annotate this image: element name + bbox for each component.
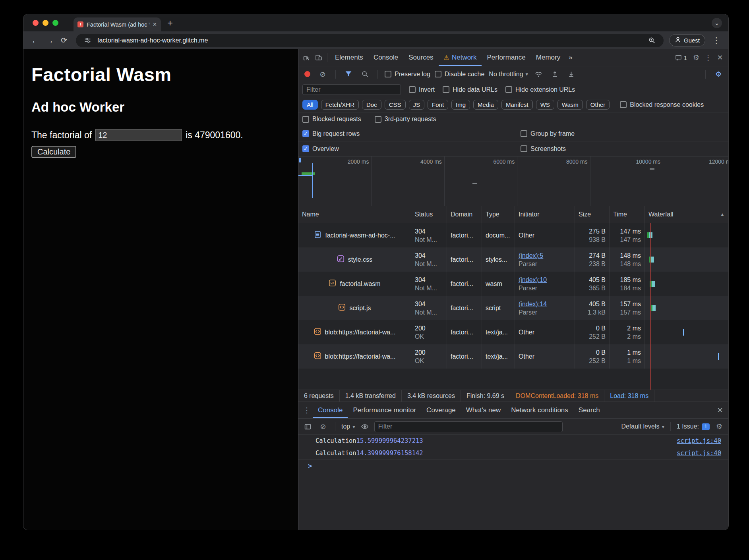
network-request-row[interactable]: blob:https://factorial-wa...200OKfactori… bbox=[298, 344, 728, 369]
inspect-element-icon[interactable] bbox=[301, 54, 313, 61]
devtools-tab-elements[interactable]: Elements bbox=[330, 49, 368, 66]
drawer-menu-icon[interactable]: ⋮ bbox=[301, 406, 313, 415]
invert-checkbox[interactable]: Invert bbox=[409, 86, 435, 93]
console-settings-icon[interactable]: ⚙ bbox=[713, 422, 725, 431]
group-by-frame-checkbox[interactable]: Group by frame bbox=[521, 130, 575, 137]
filter-chip-all[interactable]: All bbox=[302, 100, 318, 110]
preserve-log-checkbox[interactable]: Preserve log bbox=[385, 71, 430, 78]
tab-search-button[interactable]: ⌄ bbox=[712, 18, 722, 28]
filter-chip-doc[interactable]: Doc bbox=[362, 100, 381, 110]
filter-chip-js[interactable]: JS bbox=[409, 100, 425, 110]
drawer-tab-network-conditions[interactable]: Network conditions bbox=[506, 402, 573, 418]
initiator-link[interactable]: (index):14 bbox=[519, 300, 571, 308]
column-header-initiator[interactable]: Initiator bbox=[515, 206, 575, 223]
network-request-row[interactable]: factorial-wasm-ad-hoc-...304Not M...fact… bbox=[298, 223, 728, 247]
more-tabs-button[interactable]: » bbox=[565, 54, 575, 62]
filter-chip-img[interactable]: Img bbox=[451, 100, 470, 110]
hide-data-urls-checkbox[interactable]: Hide data URLs bbox=[443, 86, 497, 93]
browser-tab[interactable]: ! Factorial Wasm (ad hoc Work ✕ bbox=[74, 17, 161, 31]
window-minimize-button[interactable] bbox=[43, 20, 48, 26]
big-request-rows-checkbox[interactable]: ✓Big request rows bbox=[302, 130, 360, 137]
drawer-tab-search[interactable]: Search bbox=[573, 402, 605, 418]
devtools-tab-network[interactable]: ⚠Network bbox=[439, 49, 482, 66]
network-overview-timeline[interactable]: 2000 ms4000 ms6000 ms8000 ms10000 ms1200… bbox=[298, 156, 728, 206]
initiator-link[interactable]: (index):5 bbox=[519, 251, 571, 260]
filter-chip-manifest[interactable]: Manifest bbox=[501, 100, 533, 110]
address-bar[interactable]: factorial-wasm-ad-hoc-worker.glitch.me bbox=[76, 34, 664, 47]
network-conditions-icon[interactable] bbox=[532, 71, 544, 77]
throttling-dropdown[interactable]: No throttling▾ bbox=[489, 71, 528, 78]
blocked-requests-checkbox[interactable]: Blocked requests bbox=[302, 116, 361, 123]
console-sidebar-icon[interactable] bbox=[302, 423, 314, 430]
live-expression-eye-icon[interactable] bbox=[359, 423, 371, 430]
reload-button[interactable]: ⟳ bbox=[58, 36, 70, 45]
filter-chip-ws[interactable]: WS bbox=[536, 100, 554, 110]
column-header-domain[interactable]: Domain bbox=[447, 206, 482, 223]
console-prompt-row[interactable]: > bbox=[298, 460, 728, 472]
export-har-icon[interactable] bbox=[565, 71, 577, 77]
filter-chip-font[interactable]: Font bbox=[428, 100, 448, 110]
devtools-settings-icon[interactable]: ⚙ bbox=[690, 53, 702, 62]
browser-menu-icon[interactable]: ⋮ bbox=[710, 36, 723, 45]
window-zoom-button[interactable] bbox=[52, 20, 58, 26]
filter-chip-other[interactable]: Other bbox=[586, 100, 610, 110]
network-request-row[interactable]: style.css304Not M...factori...styles...(… bbox=[298, 247, 728, 272]
console-filter-input[interactable] bbox=[374, 421, 563, 432]
drawer-tab-performance-monitor[interactable]: Performance monitor bbox=[348, 402, 421, 418]
filter-chip-fetch-xhr[interactable]: Fetch/XHR bbox=[321, 100, 359, 110]
drawer-close-icon[interactable]: ✕ bbox=[714, 406, 726, 415]
back-button[interactable]: ← bbox=[29, 36, 42, 45]
device-toolbar-icon[interactable] bbox=[313, 54, 325, 61]
column-header-name[interactable]: Name bbox=[298, 206, 411, 223]
record-network-log-button[interactable] bbox=[304, 71, 310, 77]
devtools-close-icon[interactable]: ✕ bbox=[714, 53, 726, 62]
console-source-link[interactable]: script.js:40 bbox=[677, 450, 721, 457]
network-request-row[interactable]: WAfactorial.wasm304Not M...factori...was… bbox=[298, 272, 728, 296]
filter-chip-css[interactable]: CSS bbox=[385, 100, 406, 110]
search-icon[interactable] bbox=[359, 71, 371, 77]
console-source-link[interactable]: script.js:40 bbox=[677, 437, 721, 444]
import-har-icon[interactable] bbox=[549, 71, 561, 77]
devtools-tab-performance[interactable]: Performance bbox=[482, 49, 530, 66]
site-settings-icon[interactable] bbox=[81, 37, 93, 44]
column-header-waterfall[interactable]: Waterfall▲ bbox=[645, 206, 728, 223]
factorial-input[interactable] bbox=[95, 129, 182, 141]
drawer-tab-console[interactable]: Console bbox=[313, 402, 348, 418]
drawer-tab-what-s-new[interactable]: What's new bbox=[461, 402, 506, 418]
filter-chip-media[interactable]: Media bbox=[473, 100, 498, 110]
devtools-tab-console[interactable]: Console bbox=[368, 49, 403, 66]
filter-icon[interactable] bbox=[343, 71, 354, 77]
tab-close-icon[interactable]: ✕ bbox=[153, 21, 157, 27]
column-header-size[interactable]: Size bbox=[575, 206, 610, 223]
forward-button[interactable]: → bbox=[43, 36, 56, 45]
calculate-button[interactable]: Calculate bbox=[31, 146, 76, 158]
drawer-tab-coverage[interactable]: Coverage bbox=[421, 402, 461, 418]
issues-counter[interactable]: 1 bbox=[672, 54, 690, 61]
devtools-menu-icon[interactable]: ⋮ bbox=[702, 53, 714, 62]
column-header-type[interactable]: Type bbox=[482, 206, 515, 223]
network-request-row[interactable]: script.js304Not M...factori...script(ind… bbox=[298, 296, 728, 320]
devtools-tab-memory[interactable]: Memory bbox=[531, 49, 565, 66]
filter-chip-wasm[interactable]: Wasm bbox=[557, 100, 583, 110]
third-party-requests-checkbox[interactable]: 3rd-party requests bbox=[375, 116, 436, 123]
network-filter-input[interactable] bbox=[302, 84, 401, 95]
console-issues-counter[interactable]: 1 Issue:1 bbox=[677, 423, 710, 430]
column-header-time[interactable]: Time bbox=[610, 206, 645, 223]
network-settings-icon[interactable]: ⚙ bbox=[712, 70, 724, 79]
clear-network-log-icon[interactable]: ⊘ bbox=[317, 70, 329, 79]
new-tab-button[interactable]: + bbox=[167, 17, 173, 29]
overview-checkbox[interactable]: ✓Overview bbox=[302, 145, 339, 153]
clear-console-icon[interactable]: ⊘ bbox=[317, 422, 329, 431]
blocked-response-cookies-checkbox[interactable]: Blocked response cookies bbox=[620, 101, 704, 108]
column-header-status[interactable]: Status bbox=[411, 206, 447, 223]
hide-extension-urls-checkbox[interactable]: Hide extension URLs bbox=[505, 86, 575, 93]
devtools-tab-sources[interactable]: Sources bbox=[403, 49, 438, 66]
profile-badge[interactable]: Guest bbox=[669, 34, 705, 46]
console-levels-dropdown[interactable]: Default levels▾ bbox=[621, 423, 664, 430]
initiator-link[interactable]: (index):10 bbox=[519, 276, 571, 284]
console-context-selector[interactable]: top▾ bbox=[341, 423, 355, 430]
screenshots-checkbox[interactable]: Screenshots bbox=[521, 145, 566, 153]
zoom-icon[interactable] bbox=[646, 37, 658, 44]
network-request-row[interactable]: blob:https://factorial-wa...200OKfactori… bbox=[298, 320, 728, 344]
window-close-button[interactable] bbox=[33, 20, 39, 26]
